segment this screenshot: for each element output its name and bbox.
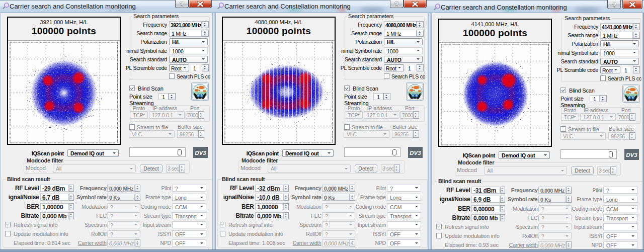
- svg-text:DV3: DV3: [410, 150, 421, 156]
- svg-text:DV3: DV3: [626, 152, 637, 158]
- svg-text:DV3: DV3: [195, 150, 206, 156]
